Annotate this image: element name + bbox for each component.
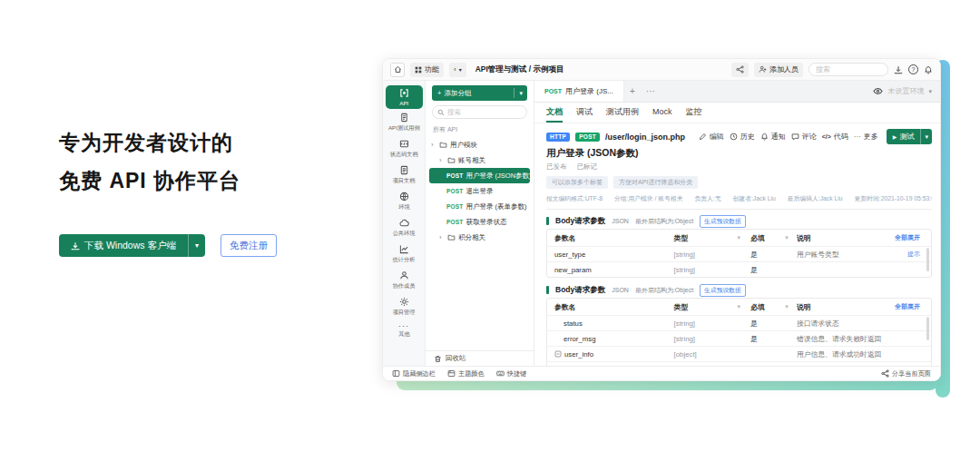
tree-search-box[interactable] [432,105,527,119]
collapse-minus-icon[interactable] [554,350,562,358]
column-type[interactable]: 类型▼ [674,233,751,243]
tree-folder-points[interactable]: › 积分相关 [429,230,530,245]
add-member-button[interactable]: 添加人员 [754,63,803,77]
param-type: [string] [674,266,751,274]
download-windows-button[interactable]: 下载 Windows 客户端 ▾ [59,234,205,257]
sidebar-item-label: 公共环境 [393,230,416,238]
folder-icon [447,156,456,164]
scheme-badge: HTTP [546,133,570,142]
sidebar-item-label: 环境 [398,203,409,211]
column-required[interactable]: 必填▼ [750,302,797,312]
tree-api-login-form[interactable]: POST 用户登录 (表单参数) [429,199,530,214]
download-button-label: 下载 Windows 客户端 [84,240,176,252]
share-button[interactable] [731,63,749,77]
notify-label: 通知 [771,132,786,142]
sidebar-item-label: 协作成员 [393,282,416,290]
sidebar-item-label: 状态码文档 [390,151,418,159]
help-button[interactable]: ? [908,64,918,74]
param-link[interactable]: 提示 [889,250,931,259]
theme-color-button[interactable]: 主题颜色 [447,369,485,378]
param-name: user_type [547,251,674,259]
table-row: error_msg [string] 是 错误信息、请求失败时返回 [547,330,931,346]
document-tab-title: 用户登录 (JS... [565,86,613,96]
api-tag[interactable]: 可以添加多个标签 [546,176,608,189]
sidebar-item-public-environment[interactable]: 公共环境 [386,215,423,241]
shortcuts-button[interactable]: 快捷键 [496,369,527,378]
column-required[interactable]: 必填▼ [750,233,797,243]
sidebar-item-label: API [399,100,408,106]
tree-api-logout[interactable]: POST 退出登录 [429,183,530,199]
more-dots-icon: ··· [398,323,409,329]
tab-more-button[interactable]: ··· [641,86,661,96]
test-label: 测试 [899,132,914,142]
tree-api-login-status[interactable]: POST 获取登录状态 [429,214,530,230]
sidebar-item-api[interactable]: API [386,85,423,109]
tab-test-cases[interactable]: 测试用例 [606,103,639,123]
tab-docs[interactable]: 文档 [546,103,563,123]
tree-folder-label: 账号相关 [458,156,485,165]
meta-owner: 负责人:无 [694,194,720,203]
tree-folder-user-module[interactable]: › 用户模块 [429,137,530,152]
sidebar-item-other[interactable]: ··· 其他 [386,320,423,341]
recycle-bin-label: 回收站 [446,354,466,363]
environment-select[interactable]: 未设置环境 ▾ [873,86,940,96]
section-structure: 最外层结构为:Object [635,286,693,295]
test-dropdown-caret[interactable]: ▾ [921,129,932,144]
tab-mock[interactable]: Mock [652,103,672,123]
column-type[interactable]: 类型▼ [674,302,751,312]
expand-all-link[interactable]: 全部展开 [889,302,931,311]
sidebar-item-members[interactable]: 协作成员 [386,268,423,293]
comment-button[interactable]: 评论 [791,132,817,142]
generate-preset-data-button[interactable]: 生成预设数据 [700,284,746,297]
expand-all-link[interactable]: 全部展开 [889,233,931,242]
sidebar-item-project-docs[interactable]: 项目文档 [386,162,423,188]
tree-folder-account[interactable]: › 账号相关 [429,152,530,168]
home-button[interactable] [390,63,405,77]
more-button[interactable]: ··· 更多 [854,132,878,142]
notify-button[interactable]: 通知 [760,132,786,142]
gear-icon [399,297,409,307]
add-group-button[interactable]: + 添加分组 ▾ [432,85,527,101]
features-button[interactable]: 功能 [410,63,444,77]
register-button[interactable]: 免费注册 [220,234,277,257]
theme-color-label: 主题颜色 [458,369,485,378]
param-type: [string] [674,366,751,367]
recycle-bin-button[interactable]: 回收站 [426,350,534,366]
scrollbar-thumb[interactable] [926,248,929,271]
new-tab-button[interactable]: + [624,86,641,96]
statistics-icon [399,244,409,254]
body-params-section: Body请求参数 JSON 最外层结构为:Object 生成预设数据 参数名 类… [546,216,932,278]
download-dropdown-caret[interactable]: ▾ [189,234,205,257]
api-tag[interactable]: 方便对API进行筛选和分类 [613,176,698,189]
hide-sidebar-button[interactable]: 隐藏侧边栏 [392,369,436,378]
back-nav-button[interactable]: ‹ ▾ [449,63,466,77]
tree-search-input[interactable] [447,108,511,116]
tree-api-login-json[interactable]: POST 用户登录 (JSON参数) [429,168,530,183]
code-button[interactable]: </> 代码 [822,132,848,142]
sidebar-item-status-code-docs[interactable]: 状态码文档 [386,136,423,162]
sidebar-item-statistics[interactable]: 统计分析 [386,241,423,267]
section-accent-bar [546,286,549,294]
generate-preset-data-button[interactable]: 生成预设数据 [700,215,746,228]
param-type: [object] [674,350,751,359]
tab-monitor[interactable]: 监控 [686,103,702,123]
download-client-button[interactable] [894,65,903,74]
search-input[interactable] [808,63,888,76]
pencil-icon [699,133,707,141]
sidebar-item-project-settings[interactable]: 项目管理 [386,294,423,319]
tab-debug[interactable]: 调试 [576,103,593,123]
add-group-dropdown-caret[interactable]: ▾ [514,90,527,97]
share-current-page-button[interactable]: 分享当前页面 [881,369,931,378]
scrollbar-thumb[interactable] [926,317,929,340]
test-button[interactable]: ▶ 测试 ▾ [887,129,932,144]
edit-button[interactable]: 编辑 [699,132,724,142]
param-desc: 用户信息、请求成功时返回 [797,349,889,359]
code-icon: </> [822,133,831,140]
history-button[interactable]: 历史 [730,132,755,142]
share-icon [736,65,744,74]
notifications-button[interactable] [924,65,933,74]
open-document-tab[interactable]: POST 用户登录 (JS... [534,81,624,102]
sidebar-item-environment[interactable]: 环境 [386,189,423,214]
sidebar-item-test-cases[interactable]: API测试用例 [386,110,423,135]
add-member-label: 添加人员 [769,64,799,74]
